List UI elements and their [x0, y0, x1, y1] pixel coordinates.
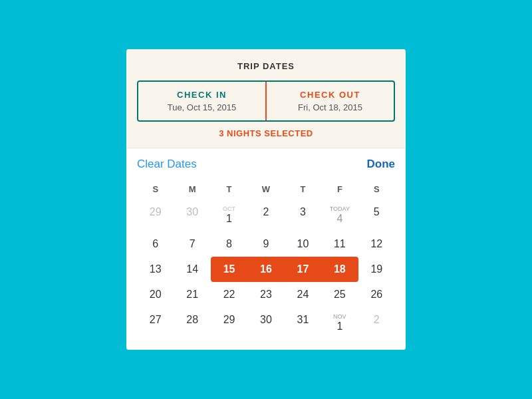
checkin-value: Tue, Oct 15, 2015: [145, 102, 259, 112]
day-header-sat: S: [358, 182, 395, 197]
calendar-day-sep29[interactable]: 29: [137, 200, 174, 231]
calendar-day-oct13[interactable]: 13: [137, 257, 174, 282]
calendar-day-oct10[interactable]: 10: [285, 231, 321, 257]
calendar-grid: 29 30 OCT1 2 3 TODAY4 5 6 7 8 9 10 11 12: [137, 200, 395, 339]
calendar-day-oct16[interactable]: 16: [247, 257, 284, 282]
calendar-day-oct19[interactable]: 19: [358, 257, 395, 282]
calendar-day-oct14[interactable]: 14: [174, 257, 210, 282]
trip-dates-title: TRIP DATES: [137, 61, 395, 71]
calendar-day-oct2[interactable]: 2: [247, 200, 284, 231]
checkout-value: Fri, Oct 18, 2015: [273, 102, 387, 112]
calendar-day-oct12[interactable]: 12: [358, 231, 395, 257]
clear-dates-button[interactable]: Clear Dates: [137, 158, 197, 171]
calendar-day-oct29[interactable]: 29: [211, 307, 247, 339]
calendar-day-oct30[interactable]: 30: [247, 307, 284, 339]
checkout-box[interactable]: CHECK OUT Fri, Oct 18, 2015: [265, 80, 395, 122]
calendar-day-oct11[interactable]: 11: [321, 231, 358, 257]
calendar-day-oct18[interactable]: 18: [321, 257, 358, 282]
calendar-day-oct22[interactable]: 22: [211, 282, 247, 307]
calendar-day-sep30[interactable]: 30: [174, 200, 210, 231]
calendar-day-oct26[interactable]: 26: [358, 282, 395, 307]
calendar-day-oct20[interactable]: 20: [137, 282, 174, 307]
date-selectors: CHECK IN Tue, Oct 15, 2015 CHECK OUT Fri…: [137, 80, 395, 122]
day-header-wed: W: [247, 182, 284, 197]
calendar-day-oct15[interactable]: 15: [211, 257, 247, 282]
calendar-day-oct25[interactable]: 25: [321, 282, 358, 307]
calendar-day-oct6[interactable]: 6: [137, 231, 174, 257]
calendar-day-oct9[interactable]: 9: [247, 231, 284, 257]
day-header-sun: S: [137, 182, 174, 197]
calendar-day-oct8[interactable]: 8: [211, 231, 247, 257]
calendar-header-row: S M T W T F S: [137, 182, 395, 197]
day-header-tue: T: [211, 182, 247, 197]
calendar-day-oct27[interactable]: 27: [137, 307, 174, 339]
calendar-day-oct3[interactable]: 3: [285, 200, 321, 231]
nights-selected: 3 NIGHTS SELECTED: [137, 128, 395, 138]
calendar-actions: Clear Dates Done: [137, 158, 395, 171]
calendar-day-oct1[interactable]: OCT1: [211, 200, 247, 231]
day-header-mon: M: [174, 182, 210, 197]
checkout-label: CHECK OUT: [273, 90, 387, 100]
calendar-day-oct21[interactable]: 21: [174, 282, 210, 307]
calendar-day-oct17[interactable]: 17: [285, 257, 321, 282]
checkin-box[interactable]: CHECK IN Tue, Oct 15, 2015: [138, 82, 267, 120]
checkin-label: CHECK IN: [145, 90, 259, 100]
day-header-thu: T: [285, 182, 321, 197]
calendar-day-nov1[interactable]: NOV1: [321, 307, 358, 339]
calendar-day-oct31[interactable]: 31: [285, 307, 321, 339]
header-section: TRIP DATES CHECK IN Tue, Oct 15, 2015 CH…: [126, 49, 406, 148]
calendar-day-oct24[interactable]: 24: [285, 282, 321, 307]
calendar-day-oct4[interactable]: TODAY4: [321, 200, 358, 231]
main-card: TRIP DATES CHECK IN Tue, Oct 15, 2015 CH…: [126, 49, 406, 350]
calendar-section: Clear Dates Done S M T W T F S 29 30 OCT…: [126, 148, 406, 350]
day-header-fri: F: [321, 182, 358, 197]
done-button[interactable]: Done: [367, 158, 396, 171]
calendar-day-oct7[interactable]: 7: [174, 231, 210, 257]
calendar-day-oct23[interactable]: 23: [247, 282, 284, 307]
calendar-day-oct28[interactable]: 28: [174, 307, 210, 339]
calendar-day-nov2[interactable]: 2: [358, 307, 395, 339]
calendar-day-oct5[interactable]: 5: [358, 200, 395, 231]
calendar: S M T W T F S 29 30 OCT1 2 3 TODAY4: [137, 182, 395, 339]
